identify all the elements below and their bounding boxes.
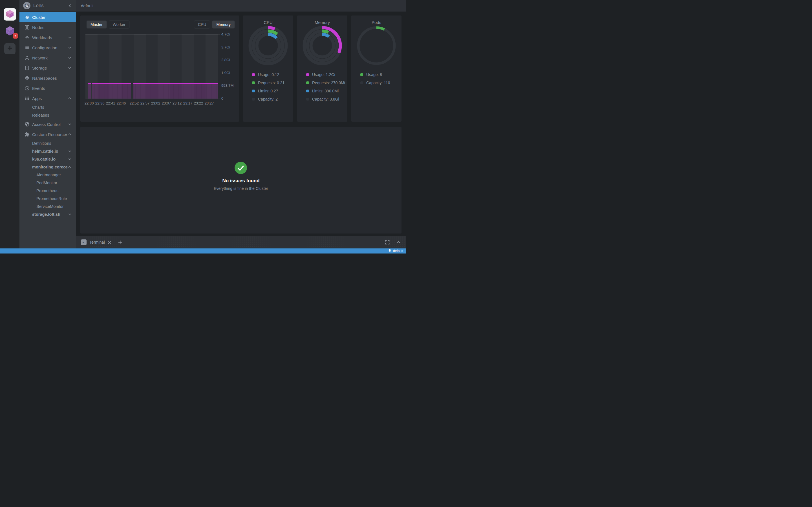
terminal-tab[interactable]: Terminal <box>89 240 105 244</box>
legend-label: Requests: 0.21 <box>258 80 285 85</box>
cluster-icon-active[interactable] <box>4 8 16 20</box>
legend-swatch-icon <box>306 81 309 84</box>
fullscreen-icon[interactable] <box>385 240 390 244</box>
sidebar-item-podmonitor[interactable]: PodMonitor <box>19 179 76 187</box>
sidebar-item-custom-resources[interactable]: Custom Resources <box>19 129 76 139</box>
namespace-layers-icon <box>388 249 392 253</box>
events-icon <box>24 86 30 91</box>
sidebar-item-label: Events <box>32 86 72 91</box>
x-axis-tick: 22:52 <box>130 101 139 105</box>
sidebar-item-label: helm.cattle.io <box>32 149 67 154</box>
sidebar-item-k3s-cattle-io[interactable]: k3s.cattle.io <box>19 155 76 163</box>
legend-swatch-icon <box>360 81 363 84</box>
sidebar-item-access-control[interactable]: Access Control <box>19 119 76 129</box>
sidebar-item-storage[interactable]: Storage <box>19 63 76 73</box>
chevron-up-icon <box>67 132 72 136</box>
terminal-icon: >_ <box>81 239 87 245</box>
node-worker-button[interactable]: Worker <box>109 20 130 29</box>
overview-row: MasterWorker CPUMemory 4.7Gi3.7Gi2.8Gi1.… <box>80 15 402 122</box>
namespaces-icon <box>24 75 30 80</box>
legend-label: Usage: 8 <box>366 72 382 77</box>
chart-toggles: MasterWorker CPUMemory <box>87 20 235 29</box>
no-issues-message: No issues found Everything is fine in th… <box>214 162 268 191</box>
x-axis-tick: 23:22 <box>194 101 203 105</box>
sidebar-item-servicemonitor[interactable]: ServiceMonitor <box>19 203 76 210</box>
terminal-dock: >_ Terminal <box>76 236 406 248</box>
memory-usage-area <box>133 83 218 99</box>
legend: Usage: 8Capacity: 110 <box>360 72 400 85</box>
chevron-down-icon <box>67 55 72 60</box>
sidebar-item-alertmanager[interactable]: Alertmanager <box>19 171 76 179</box>
sidebar-item-charts[interactable]: Charts <box>19 103 76 111</box>
sidebar-item-label: Workloads <box>32 35 67 40</box>
sidebar-item-workloads[interactable]: Workloads <box>19 33 76 43</box>
statusbar-namespace[interactable]: default <box>393 249 403 253</box>
access-control-icon <box>24 122 30 127</box>
topbar-cluster-name: default <box>81 3 94 8</box>
sidebar-item-apps[interactable]: Apps <box>19 93 76 103</box>
node-master-button[interactable]: Master <box>87 20 107 29</box>
cluster-icon-secondary[interactable]: 7 <box>4 25 16 38</box>
legend-swatch-icon <box>252 81 255 84</box>
sidebar-item-label: Apps <box>32 96 67 101</box>
sidebar-item-storage-loft-sh[interactable]: storage.loft.sh <box>19 210 76 218</box>
sidebar-item-namespaces[interactable]: Namespaces <box>19 73 76 83</box>
memory-usage-chart: 4.7Gi3.7Gi2.8Gi1.9Gi953.7Mi022:3022:3622… <box>86 34 218 99</box>
close-terminal-icon[interactable] <box>108 240 111 244</box>
sidebar-item-label: Custom Resources <box>32 132 67 137</box>
metric-cpu-button[interactable]: CPU <box>194 20 210 29</box>
sidebar-item-label: Charts <box>32 105 72 110</box>
chevron-down-icon <box>67 122 72 126</box>
pods-card: PodsUsage: 8Capacity: 110 <box>351 15 402 122</box>
sidebar-item-configuration[interactable]: Configuration <box>19 43 76 53</box>
y-axis-tick: 3.7Gi <box>221 45 230 49</box>
sidebar-item-nodes[interactable]: Nodes <box>19 22 76 33</box>
sidebar-item-network[interactable]: Network <box>19 53 76 63</box>
chevron-down-icon <box>67 66 72 70</box>
sidebar-item-label: Prometheus <box>36 188 72 193</box>
sidebar-menu: ☸ClusterNodesWorkloadsConfigurationNetwo… <box>19 11 76 218</box>
events-title: No issues found <box>222 178 259 184</box>
sidebar-item-label: ServiceMonitor <box>36 204 72 209</box>
sidebar-item-label: Namespaces <box>32 76 72 80</box>
storage-icon <box>24 65 30 70</box>
sidebar-item-label: storage.loft.sh <box>32 212 67 217</box>
sidebar-item-label: Access Control <box>32 122 67 127</box>
metric-memory-button[interactable]: Memory <box>212 20 235 29</box>
legend-label: Usage: 0.12 <box>258 72 280 77</box>
x-axis-tick: 23:17 <box>183 101 193 105</box>
legend-item: Requests: 270.0Mi <box>306 80 346 85</box>
sidebar-item-definitions[interactable]: Definitions <box>19 139 76 147</box>
sidebar-item-prometheusrule[interactable]: PrometheusRule <box>19 194 76 203</box>
add-cluster-button[interactable] <box>4 43 15 54</box>
chevron-down-icon <box>67 149 72 154</box>
sidebar-item-label: k3s.cattle.io <box>32 157 67 161</box>
sidebar-item-prometheus[interactable]: Prometheus <box>19 187 76 194</box>
legend-swatch-icon <box>360 73 363 76</box>
legend-label: Capacity: 110 <box>366 80 390 85</box>
sidebar-item-releases[interactable]: Releases <box>19 111 76 119</box>
x-axis-tick: 22:46 <box>117 101 126 105</box>
legend-item: Usage: 0.12 <box>252 72 292 77</box>
sidebar-item-cluster[interactable]: ☸Cluster <box>19 12 76 22</box>
dashboard-content: MasterWorker CPUMemory 4.7Gi3.7Gi2.8Gi1.… <box>76 11 406 236</box>
legend-item: Limits: 0.27 <box>252 89 292 93</box>
network-icon <box>24 55 30 60</box>
legend-item: Capacity: 3.8Gi <box>306 97 346 101</box>
app-name: Lens <box>33 3 65 8</box>
new-terminal-icon[interactable] <box>118 240 122 244</box>
legend-swatch-icon <box>306 98 309 101</box>
chevron-down-icon <box>67 212 72 217</box>
cpu-card: CPUUsage: 0.12Requests: 0.21Limits: 0.27… <box>243 15 293 122</box>
legend-label: Limits: 390.0Mi <box>312 89 339 93</box>
legend-item: Capacity: 2 <box>252 97 292 101</box>
sidebar-item-label: PrometheusRule <box>36 196 72 201</box>
sidebar-item-helm-cattle-io[interactable]: helm.cattle.io <box>19 147 76 155</box>
expand-dock-icon[interactable] <box>396 240 401 244</box>
sidebar-collapse-icon[interactable] <box>68 3 72 8</box>
chevron-down-icon <box>67 45 72 50</box>
sidebar-item-label: Releases <box>32 113 72 117</box>
sidebar-item-monitoring-coreos[interactable]: monitoring.coreos… <box>19 163 76 171</box>
y-axis-tick: 953.7Mi <box>221 83 234 88</box>
sidebar-item-events[interactable]: Events <box>19 83 76 93</box>
